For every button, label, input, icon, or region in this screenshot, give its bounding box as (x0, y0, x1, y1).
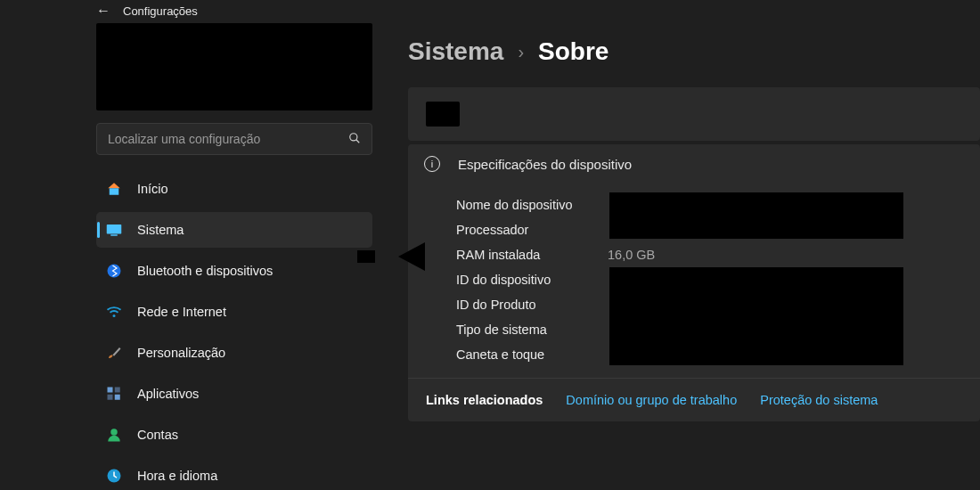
sidebar-item-system[interactable]: Sistema (96, 212, 372, 248)
spec-row-ram: RAM instalada 16,0 GB (456, 242, 980, 267)
svg-rect-9 (115, 395, 120, 400)
sidebar-item-label: Aplicativos (137, 387, 199, 401)
svg-point-0 (350, 133, 357, 140)
search-box[interactable] (96, 123, 372, 155)
redacted-block-1 (609, 192, 903, 239)
sidebar-item-network[interactable]: Rede e Internet (96, 294, 372, 330)
sidebar-item-accounts[interactable]: Contas (96, 417, 372, 453)
profile-block-redacted (96, 23, 372, 110)
redacted-block-2 (609, 267, 903, 365)
sidebar-item-label: Hora e idioma (137, 469, 217, 483)
spec-label: Tipo de sistema (456, 323, 608, 337)
sidebar-item-label: Início (137, 182, 168, 196)
svg-rect-3 (110, 234, 118, 236)
svg-line-1 (356, 139, 360, 143)
device-ident-card (408, 87, 980, 141)
clock-globe-icon (105, 467, 123, 485)
svg-rect-6 (108, 388, 113, 393)
home-icon (105, 180, 123, 198)
system-icon (105, 221, 123, 239)
spec-label: Nome do dispositivo (456, 198, 608, 212)
user-icon (105, 426, 123, 444)
spec-label: Processador (456, 223, 608, 237)
svg-point-10 (110, 429, 118, 436)
main-content: Sistema › Sobre i Especificações do disp… (408, 23, 980, 490)
spec-value: 16,0 GB (608, 248, 655, 262)
sidebar-item-label: Rede e Internet (137, 305, 226, 319)
search-icon (348, 132, 361, 147)
svg-rect-7 (115, 388, 120, 393)
sidebar-item-label: Contas (137, 428, 178, 442)
wifi-icon (105, 303, 123, 321)
device-specs-header[interactable]: i Especificações do dispositivo (408, 144, 980, 184)
svg-rect-2 (107, 225, 122, 234)
spec-label: ID do Produto (456, 298, 608, 312)
nav-list: Início Sistema Bluetooth e dispositivos … (96, 171, 372, 490)
sidebar-item-bluetooth[interactable]: Bluetooth e dispositivos (96, 253, 372, 289)
sidebar: Início Sistema Bluetooth e dispositivos … (96, 23, 372, 490)
device-ident-redacted (426, 102, 460, 127)
device-specs-title: Especificações do dispositivo (458, 157, 632, 172)
sidebar-item-personalization[interactable]: Personalização (96, 335, 372, 371)
related-links-title: Links relacionados (426, 393, 543, 407)
chevron-right-icon: › (518, 42, 524, 62)
search-input[interactable] (108, 132, 348, 146)
info-icon: i (424, 156, 440, 172)
device-specs-table: Nome do dispositivo Processador RAM inst… (408, 184, 980, 378)
breadcrumb: Sistema › Sobre (408, 37, 980, 66)
apps-icon (105, 385, 123, 403)
svg-point-5 (113, 314, 116, 317)
arrow-annotation (398, 242, 425, 271)
spec-label: ID do dispositivo (456, 273, 608, 287)
sidebar-item-apps[interactable]: Aplicativos (96, 376, 372, 412)
link-domain-workgroup[interactable]: Domínio ou grupo de trabalho (566, 393, 737, 407)
breadcrumb-child: Sobre (538, 37, 608, 66)
spec-label: Caneta e toque (456, 347, 608, 362)
sidebar-item-label: Personalização (137, 346, 225, 360)
back-button[interactable]: ← (96, 4, 110, 18)
sidebar-item-label: Bluetooth e dispositivos (137, 264, 273, 278)
related-links-row: Links relacionados Domínio ou grupo de t… (408, 378, 980, 421)
svg-rect-8 (108, 395, 113, 400)
breadcrumb-parent[interactable]: Sistema (408, 37, 503, 66)
header-title: Configurações (123, 4, 198, 18)
link-system-protection[interactable]: Proteção do sistema (760, 393, 878, 407)
bluetooth-icon (105, 262, 123, 280)
brush-icon (105, 344, 123, 362)
sidebar-item-label: Sistema (137, 223, 184, 237)
sidebar-item-home[interactable]: Início (96, 171, 372, 207)
sidebar-item-time-language[interactable]: Hora e idioma (96, 458, 372, 490)
spec-label: RAM instalada (456, 248, 608, 262)
